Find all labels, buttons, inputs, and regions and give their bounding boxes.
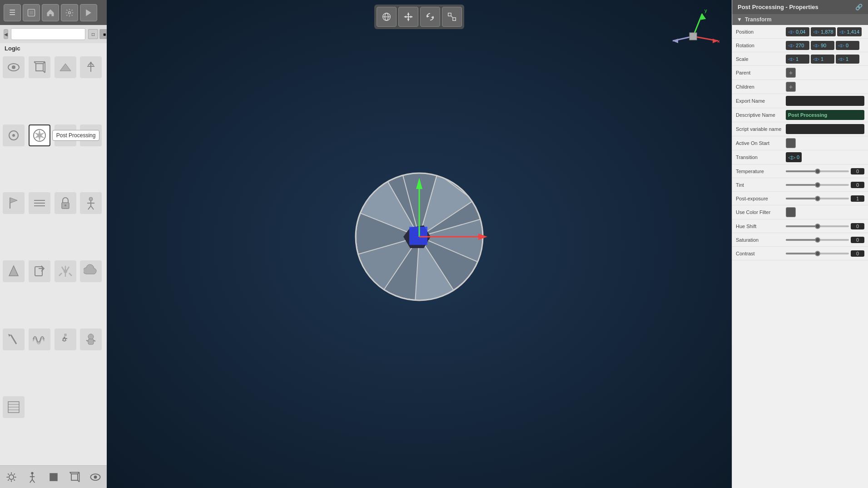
- arrows-icon2: ◁▷: [813, 30, 819, 34]
- antenna-icon-cell[interactable]: [80, 56, 102, 78]
- svg-text:×: ×: [717, 39, 720, 44]
- export-name-field[interactable]: [786, 96, 864, 106]
- figure-bottom-icon[interactable]: [25, 470, 39, 484]
- svg-rect-59: [71, 474, 78, 480]
- wave-icon-cell[interactable]: [29, 329, 50, 350]
- post-exposure-value: 1: [786, 195, 864, 202]
- export-icon-cell[interactable]: [29, 260, 50, 282]
- eye-icon-cell[interactable]: [3, 56, 25, 78]
- svg-line-56: [30, 479, 32, 483]
- svg-rect-58: [50, 473, 58, 481]
- add-parent-button[interactable]: +: [786, 68, 796, 78]
- children-row: Children +: [732, 80, 868, 94]
- scale-y-field[interactable]: ◁▷ 1: [811, 55, 834, 64]
- post-processing-icon-cell[interactable]: Post Processing: [29, 124, 50, 146]
- scale-x-value: 1: [796, 56, 799, 62]
- cone-icon-cell[interactable]: [3, 260, 25, 282]
- settings2-icon-cell[interactable]: [80, 124, 102, 146]
- svg-rect-6: [36, 64, 43, 71]
- svg-line-47: [94, 340, 95, 341]
- arrows-icon8: ◁▷: [813, 57, 819, 61]
- contrast-slider-track[interactable]: [786, 253, 849, 254]
- active-on-start-toggle[interactable]: [786, 138, 796, 148]
- svg-line-57: [32, 479, 35, 483]
- contrast-value: 0: [786, 250, 864, 257]
- cube-icon-cell[interactable]: [29, 56, 50, 78]
- list-view-button[interactable]: □: [88, 29, 98, 39]
- post-exposure-slider-track[interactable]: [786, 198, 849, 199]
- left-panel: ☰ ◀ □ ■ ◻ Logic: [0, 0, 107, 488]
- cloud-icon-cell[interactable]: [80, 260, 102, 282]
- rotation-value: ◁▷ 270 ◁▷ 90 ◁▷ 0: [786, 41, 864, 50]
- position-y-field[interactable]: ◁▷ 1,878: [811, 27, 836, 36]
- rotation-x-field[interactable]: ◁▷ 270: [786, 41, 809, 50]
- active-on-start-value: [786, 138, 864, 148]
- hue-shift-row: Hue Shift 0: [732, 219, 868, 233]
- rotate-button[interactable]: [420, 7, 440, 27]
- walker2-icon-cell[interactable]: [55, 329, 76, 350]
- arrows-icon5: ◁▷: [813, 43, 819, 48]
- parent-row: Parent +: [732, 66, 868, 80]
- transition-field[interactable]: ◁▷ 0: [786, 152, 802, 162]
- flag-icon-cell[interactable]: [3, 192, 25, 214]
- play-button[interactable]: [80, 4, 97, 21]
- search-input[interactable]: [11, 28, 85, 40]
- svg-rect-93: [409, 227, 427, 245]
- tint-label: Tint: [736, 182, 786, 188]
- sphere-icon-cell[interactable]: [55, 124, 76, 146]
- scale-y-value: 1: [821, 56, 823, 62]
- use-color-filter-toggle[interactable]: [786, 207, 796, 217]
- astronaut-icon-cell[interactable]: [80, 329, 102, 350]
- position-x-field[interactable]: ◁▷ 0,04: [786, 27, 809, 36]
- arrows-icon9: ◁▷: [838, 57, 844, 61]
- lock-icon-cell[interactable]: [55, 192, 76, 214]
- transform-section-header[interactable]: ▼ Transform: [732, 14, 868, 25]
- object-button[interactable]: [23, 4, 40, 21]
- menu-button[interactable]: ☰: [4, 4, 21, 21]
- viewport: y ×: [107, 0, 732, 488]
- pin-icon[interactable]: 🔗: [855, 4, 863, 10]
- rotation-y-field[interactable]: ◁▷ 90: [811, 41, 834, 50]
- fog-icon-cell[interactable]: [29, 192, 50, 214]
- temperature-value: 0: [786, 168, 864, 174]
- radiation-icon-cell[interactable]: [55, 260, 76, 282]
- hue-shift-value: 0: [786, 223, 864, 229]
- tint-slider-track[interactable]: [786, 184, 849, 186]
- plane-icon-cell[interactable]: [55, 56, 76, 78]
- collapse-button[interactable]: ◀: [4, 29, 8, 39]
- brush-icon-cell[interactable]: [3, 329, 25, 350]
- svg-marker-75: [411, 15, 413, 18]
- temperature-slider-track[interactable]: [786, 170, 849, 172]
- position-z-field[interactable]: ◁▷ 1,414: [837, 27, 862, 36]
- rotation-z-field[interactable]: ◁▷ 0: [836, 41, 859, 50]
- home-button[interactable]: [42, 4, 59, 21]
- globe-button[interactable]: [377, 7, 397, 27]
- scale-x-field[interactable]: ◁▷ 1: [786, 55, 809, 64]
- script-variable-field[interactable]: [786, 124, 864, 134]
- circle-icon-cell[interactable]: [3, 124, 25, 146]
- saturation-slider-track[interactable]: [786, 239, 849, 241]
- post-exposure-label: Post-exposure: [736, 196, 786, 201]
- arrows-icon4: ◁▷: [788, 43, 794, 48]
- sun-bottom-icon[interactable]: [5, 470, 18, 484]
- eye-bottom-icon[interactable]: [89, 470, 102, 484]
- arrows-icon3: ◁▷: [839, 30, 846, 34]
- position-row: Position ◁▷ 0,04 ◁▷ 1,878 ◁▷ 1,414: [732, 25, 868, 39]
- square-bottom-icon[interactable]: [46, 470, 60, 484]
- descriptive-name-value: Post Processing: [786, 110, 864, 120]
- svg-marker-12: [60, 64, 71, 71]
- script-variable-label: Script variable name: [736, 126, 786, 132]
- settings-button[interactable]: [61, 4, 78, 21]
- svg-point-5: [12, 65, 15, 69]
- character-icon-cell[interactable]: [80, 192, 102, 214]
- scale-button[interactable]: [442, 7, 462, 27]
- cube-bottom-icon[interactable]: [68, 470, 81, 484]
- position-label: Position: [736, 29, 786, 35]
- move-button[interactable]: [398, 7, 418, 27]
- svg-marker-77: [431, 16, 434, 19]
- stripes-icon-cell[interactable]: [3, 396, 25, 418]
- descriptive-name-field[interactable]: Post Processing: [786, 110, 864, 120]
- hue-shift-slider-track[interactable]: [786, 225, 849, 227]
- add-child-button[interactable]: +: [786, 82, 796, 92]
- scale-z-field[interactable]: ◁▷ 1: [836, 55, 859, 64]
